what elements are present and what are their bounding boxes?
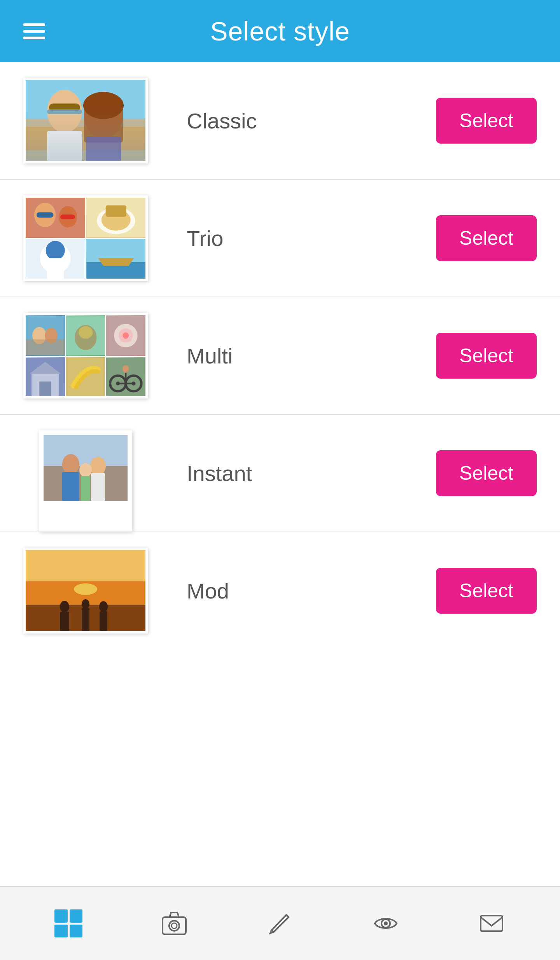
style-preview-instant xyxy=(23,430,156,516)
classic-preview-card xyxy=(23,78,148,163)
select-button-multi[interactable]: Select xyxy=(436,333,537,379)
svg-rect-67 xyxy=(60,612,69,631)
multi-photo-2 xyxy=(66,315,105,356)
svg-rect-10 xyxy=(86,137,121,161)
pencil-icon xyxy=(266,909,294,937)
svg-rect-58 xyxy=(91,473,105,501)
svg-rect-15 xyxy=(60,214,75,219)
nav-item-edit[interactable] xyxy=(251,900,309,947)
nav-item-view[interactable] xyxy=(357,900,415,947)
multi-photo-4 xyxy=(26,357,65,398)
multi-photo-1 xyxy=(26,315,65,356)
svg-marker-27 xyxy=(98,258,134,266)
svg-rect-69 xyxy=(82,608,89,631)
svg-point-73 xyxy=(169,921,179,931)
select-button-trio[interactable]: Select xyxy=(436,215,537,261)
svg-point-66 xyxy=(60,601,69,613)
svg-point-51 xyxy=(123,365,129,373)
bottom-navigation xyxy=(0,886,560,960)
select-button-mod[interactable]: Select xyxy=(436,568,537,614)
svg-rect-71 xyxy=(100,611,107,631)
nav-item-camera[interactable] xyxy=(145,900,203,947)
style-name-mod: Mod xyxy=(187,578,436,604)
camera-icon xyxy=(160,909,188,937)
style-preview-classic xyxy=(23,78,156,163)
svg-point-34 xyxy=(79,326,93,339)
svg-rect-53 xyxy=(44,435,128,466)
trio-photo-1 xyxy=(26,198,85,238)
nav-item-grid[interactable] xyxy=(39,900,98,947)
eye-icon xyxy=(372,909,400,937)
svg-rect-72 xyxy=(163,917,186,934)
style-preview-trio xyxy=(23,195,156,281)
instant-photo xyxy=(44,435,128,501)
svg-point-55 xyxy=(62,454,79,474)
style-preview-multi xyxy=(23,313,156,398)
hamburger-menu[interactable] xyxy=(23,23,45,39)
svg-point-22 xyxy=(46,240,65,260)
trio-preview-card xyxy=(23,195,148,281)
svg-point-68 xyxy=(82,599,89,609)
trio-photo-4 xyxy=(86,239,146,279)
svg-point-59 xyxy=(79,463,92,477)
svg-point-38 xyxy=(123,332,129,339)
style-name-trio: Trio xyxy=(187,226,436,251)
mail-icon xyxy=(478,909,506,937)
style-item-instant: Instant Select xyxy=(0,415,560,532)
multi-photo-5 xyxy=(66,357,105,398)
style-item-trio: Trio Select xyxy=(0,180,560,297)
style-item-multi: Multi Select xyxy=(0,297,560,415)
svg-rect-60 xyxy=(81,476,90,501)
svg-point-76 xyxy=(384,921,388,925)
svg-rect-42 xyxy=(39,381,51,397)
instant-preview-card xyxy=(39,430,132,532)
trio-photo-2 xyxy=(86,198,146,238)
classic-photo-svg xyxy=(26,80,145,161)
svg-rect-56 xyxy=(62,472,79,501)
svg-rect-13 xyxy=(37,212,53,218)
svg-point-70 xyxy=(99,601,108,612)
multi-photo-3 xyxy=(106,315,145,356)
svg-rect-2 xyxy=(26,127,145,150)
svg-point-65 xyxy=(74,583,97,595)
style-item-mod: Mod Select xyxy=(0,532,560,649)
multi-preview-card xyxy=(23,313,148,398)
nav-item-mail[interactable] xyxy=(462,900,521,947)
svg-rect-9 xyxy=(84,104,123,142)
svg-rect-62 xyxy=(26,550,145,581)
select-button-instant[interactable]: Select xyxy=(436,450,537,496)
svg-rect-5 xyxy=(47,109,82,114)
style-name-classic: Classic xyxy=(187,108,436,133)
trio-photo-3 xyxy=(26,239,85,279)
svg-rect-31 xyxy=(26,339,65,355)
svg-point-74 xyxy=(172,923,177,928)
style-name-multi: Multi xyxy=(187,343,436,369)
style-name-instant: Instant xyxy=(187,461,436,486)
svg-rect-77 xyxy=(481,916,502,931)
app-header: Select style xyxy=(0,0,560,62)
classic-photo xyxy=(26,80,145,161)
select-button-classic[interactable]: Select xyxy=(436,98,537,144)
multi-photo-6 xyxy=(106,357,145,398)
svg-rect-19 xyxy=(105,205,126,217)
svg-point-57 xyxy=(90,457,106,476)
style-item-classic: Classic Select xyxy=(0,62,560,180)
page-title: Select style xyxy=(210,16,350,46)
grid-icon xyxy=(54,909,82,937)
style-list-container: Classic Select xyxy=(0,62,560,723)
style-preview-mod xyxy=(23,548,156,634)
mod-photo xyxy=(26,550,145,631)
svg-rect-23 xyxy=(47,258,64,279)
svg-rect-6 xyxy=(47,131,82,161)
mod-preview-card xyxy=(23,548,148,634)
